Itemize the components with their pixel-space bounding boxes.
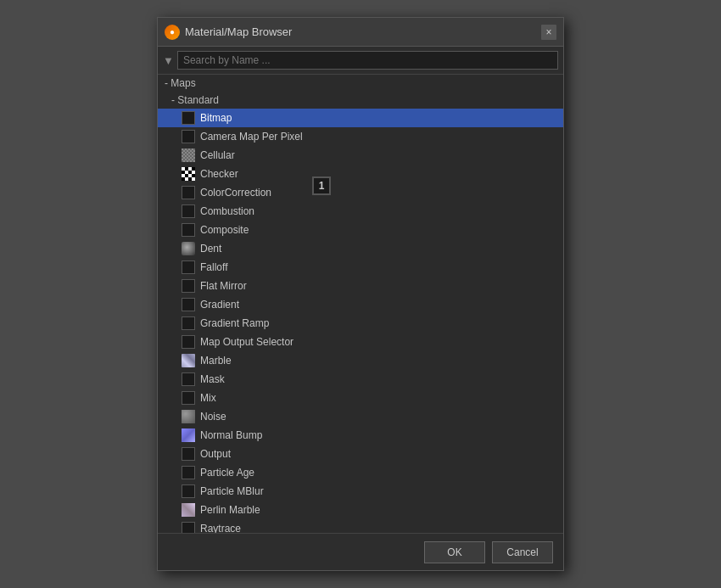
list-item[interactable]: Marble <box>158 351 563 370</box>
mask-icon <box>182 372 195 386</box>
list-item[interactable]: Gradient Ramp <box>158 314 563 333</box>
item-label: Output <box>200 448 231 460</box>
flat-mirror-icon <box>182 279 195 293</box>
list-item[interactable]: Dent <box>158 239 563 258</box>
list-item[interactable]: Composite <box>158 221 563 239</box>
titlebar-left: ● Material/Map Browser <box>165 25 292 40</box>
gradient-icon <box>182 298 195 311</box>
particle-mblur-icon <box>182 484 195 498</box>
list-item[interactable]: Bitmap <box>158 109 563 127</box>
marble-icon <box>182 354 195 367</box>
list-item[interactable]: Mask <box>158 370 563 389</box>
search-input[interactable] <box>177 51 558 70</box>
dialog-overlay: ● Material/Map Browser × ▼ 1 - Maps - St… <box>157 17 564 571</box>
item-label: Particle Age <box>200 467 254 479</box>
item-label: Camera Map Per Pixel <box>200 131 303 143</box>
subsection-standard[interactable]: - Standard <box>158 92 563 109</box>
item-label: Map Output Selector <box>200 336 293 348</box>
list-item[interactable]: Raytrace <box>158 519 563 533</box>
combustion-icon <box>182 204 195 218</box>
checker-icon <box>182 167 195 181</box>
list-item[interactable]: Cellular <box>158 146 563 165</box>
item-label: Particle MBlur <box>200 485 264 497</box>
perlin-marble-icon <box>182 503 195 517</box>
list-item[interactable]: ColorCorrection <box>158 183 563 202</box>
falloff-icon <box>182 260 195 274</box>
titlebar: ● Material/Map Browser × <box>158 18 563 47</box>
list-item[interactable]: Checker <box>158 165 563 183</box>
dialog-footer: OK Cancel <box>158 533 563 570</box>
noise-icon <box>182 410 195 423</box>
list-item[interactable]: Falloff <box>158 258 563 277</box>
item-label: Perlin Marble <box>200 504 260 516</box>
item-label: Raytrace <box>200 523 241 533</box>
item-label: Dent <box>200 243 221 255</box>
list-item[interactable]: Gradient <box>158 295 563 314</box>
output-icon <box>182 447 195 461</box>
item-label: Mix <box>200 392 216 404</box>
item-label: Combustion <box>200 205 254 217</box>
raytrace-icon <box>182 522 195 533</box>
gradient-ramp-icon <box>182 316 195 330</box>
close-button[interactable]: × <box>541 25 556 40</box>
map-output-icon <box>182 335 195 349</box>
list-container[interactable]: 1 - Maps - Standard Bitmap Camera Map Pe… <box>158 75 563 533</box>
camera-map-icon <box>182 130 195 143</box>
badge-1: 1 <box>312 176 331 195</box>
item-label: ColorCorrection <box>200 187 271 199</box>
filter-icon[interactable]: ▼ <box>163 54 174 67</box>
list-item[interactable]: Particle MBlur <box>158 482 563 501</box>
search-bar: ▼ <box>158 47 563 75</box>
item-label: Mask <box>200 373 225 385</box>
item-label: Gradient <box>200 299 239 311</box>
section-maps[interactable]: - Maps <box>158 75 563 92</box>
item-label: Checker <box>200 168 238 180</box>
dent-icon <box>182 242 195 255</box>
list-item[interactable]: Perlin Marble <box>158 501 563 519</box>
dialog-title: Material/Map Browser <box>185 25 292 38</box>
particle-age-icon <box>182 466 195 479</box>
item-label: Normal Bump <box>200 429 262 441</box>
material-map-browser-dialog: ● Material/Map Browser × ▼ 1 - Maps - St… <box>157 17 564 571</box>
cancel-button[interactable]: Cancel <box>492 541 553 563</box>
list-item[interactable]: Normal Bump <box>158 426 563 445</box>
ok-button[interactable]: OK <box>424 541 485 563</box>
list-item[interactable]: Mix <box>158 389 563 407</box>
bitmap-icon <box>182 111 195 125</box>
item-label: Cellular <box>200 149 235 161</box>
cellular-icon <box>182 148 195 162</box>
item-label: Bitmap <box>200 112 232 124</box>
item-label: Falloff <box>200 261 227 273</box>
colorcorrection-icon <box>182 186 195 199</box>
list-item[interactable]: Camera Map Per Pixel <box>158 127 563 146</box>
normal-bump-icon <box>182 428 195 442</box>
app-icon: ● <box>165 25 180 40</box>
list-item[interactable]: Flat Mirror <box>158 277 563 295</box>
list-item[interactable]: Map Output Selector <box>158 333 563 351</box>
item-label: Noise <box>200 411 226 423</box>
mix-icon <box>182 391 195 405</box>
item-label: Flat Mirror <box>200 280 247 292</box>
list-item[interactable]: Noise <box>158 407 563 426</box>
composite-icon <box>182 223 195 237</box>
item-label: Composite <box>200 224 249 236</box>
item-label: Gradient Ramp <box>200 317 269 329</box>
list-item[interactable]: Combustion <box>158 202 563 221</box>
list-item[interactable]: Output <box>158 445 563 463</box>
list-item[interactable]: Particle Age <box>158 463 563 482</box>
item-label: Marble <box>200 355 232 367</box>
